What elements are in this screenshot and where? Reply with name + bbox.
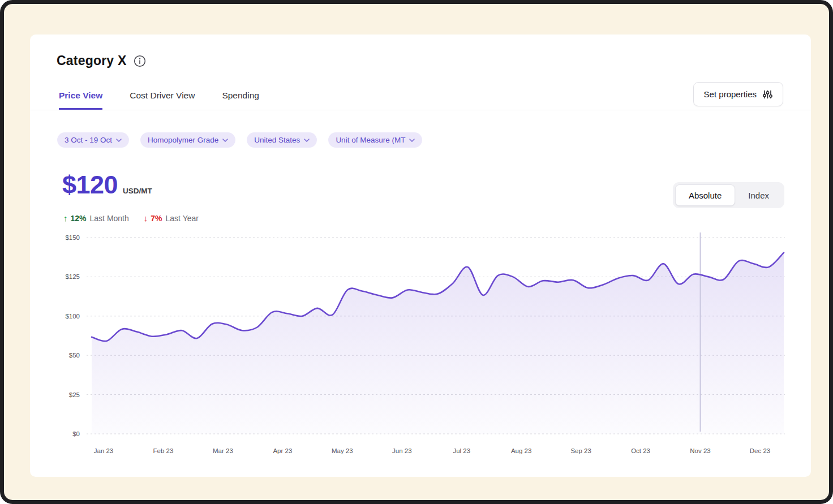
set-properties-label: Set properties: [704, 89, 757, 99]
absolute-index-toggle: Absolute Index: [673, 182, 784, 208]
filter-chip-date-range[interactable]: 3 Oct - 19 Oct: [57, 132, 129, 148]
tab-price-view[interactable]: Price View: [59, 83, 102, 110]
month-change-value: 12%: [71, 214, 87, 223]
svg-text:$150: $150: [65, 234, 80, 241]
svg-text:Feb 23: Feb 23: [153, 447, 174, 454]
year-change-label: Last Year: [166, 214, 199, 223]
svg-text:Oct 23: Oct 23: [631, 447, 650, 454]
filter-chip-region-label: United States: [254, 136, 300, 144]
chevron-down-icon: [222, 139, 228, 142]
sliders-icon: [763, 90, 772, 99]
svg-text:Sep 23: Sep 23: [570, 447, 591, 454]
month-change-label: Last Month: [90, 214, 129, 223]
filter-chips: 3 Oct - 19 Oct Homopolymer Grade United …: [57, 132, 422, 148]
svg-text:Dec 23: Dec 23: [750, 447, 770, 454]
svg-text:Aug 23: Aug 23: [511, 447, 531, 454]
app-frame: Category X Price View Cost Driver View S…: [0, 0, 833, 504]
price-chart-svg: $150$125$100$50$25$0Jan 23Feb 23Mar 23Ap…: [30, 232, 811, 459]
set-properties-button[interactable]: Set properties: [693, 82, 783, 106]
tab-spending[interactable]: Spending: [222, 83, 259, 110]
svg-text:Apr 23: Apr 23: [273, 447, 292, 454]
chevron-down-icon: [116, 139, 122, 142]
filter-chip-grade-label: Homopolymer Grade: [148, 136, 218, 144]
svg-text:$0: $0: [72, 430, 80, 437]
trend-up-icon: ↑: [63, 213, 68, 223]
svg-text:Mar 23: Mar 23: [213, 447, 233, 454]
toggle-option-index-label: Index: [748, 191, 769, 200]
filter-chip-date-range-label: 3 Oct - 19 Oct: [65, 136, 112, 144]
svg-text:$25: $25: [69, 391, 80, 398]
title-row: Category X: [57, 53, 146, 68]
svg-text:Jul 23: Jul 23: [453, 447, 470, 454]
chevron-down-icon: [409, 139, 415, 142]
filter-chip-region[interactable]: United States: [247, 132, 317, 148]
svg-text:Nov 23: Nov 23: [690, 447, 710, 454]
toggle-option-index[interactable]: Index: [735, 184, 782, 206]
svg-text:$100: $100: [65, 313, 80, 320]
price-row: $120 USD/MT: [62, 170, 152, 200]
page-title: Category X: [57, 53, 126, 68]
category-card: Category X Price View Cost Driver View S…: [30, 35, 811, 477]
filter-chip-unit[interactable]: Unit of Measure (MT: [328, 132, 422, 148]
year-change-value: 7%: [151, 214, 162, 223]
tab-spending-label: Spending: [222, 91, 259, 101]
info-icon[interactable]: [134, 55, 146, 67]
price-change-row: ↑ 12% Last Month ↓ 7% Last Year: [63, 213, 199, 223]
toggle-option-absolute[interactable]: Absolute: [675, 184, 735, 206]
chevron-down-icon: [304, 139, 310, 142]
svg-text:May 23: May 23: [332, 447, 353, 454]
tab-price-view-label: Price View: [59, 91, 102, 101]
price-unit: USD/MT: [123, 187, 152, 195]
tab-cost-driver-view-label: Cost Driver View: [130, 91, 195, 101]
svg-text:$50: $50: [69, 352, 80, 359]
svg-text:$125: $125: [65, 273, 80, 280]
tab-cost-driver-view[interactable]: Cost Driver View: [130, 83, 195, 110]
filter-chip-unit-label: Unit of Measure (MT: [336, 136, 405, 144]
price-value: $120: [62, 170, 118, 200]
toggle-option-absolute-label: Absolute: [689, 191, 722, 200]
trend-down-icon: ↓: [144, 213, 148, 223]
filter-chip-grade[interactable]: Homopolymer Grade: [140, 132, 235, 148]
svg-text:Jan 23: Jan 23: [94, 447, 114, 454]
price-chart: $150$125$100$50$25$0Jan 23Feb 23Mar 23Ap…: [30, 232, 811, 461]
svg-text:Jun 23: Jun 23: [392, 447, 412, 454]
